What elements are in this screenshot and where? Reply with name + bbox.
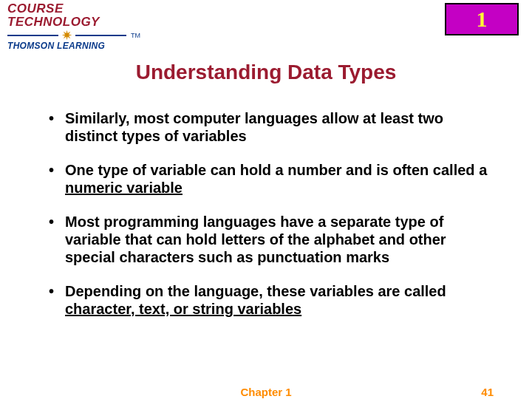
bullet-underline: character, text, or string variables	[65, 301, 301, 317]
slide-content: Similarly, most computer languages allow…	[44, 109, 488, 334]
chapter-badge: 1	[445, 3, 519, 35]
logo-text-course: COURSE	[7, 3, 140, 15]
logo-line-left	[7, 35, 58, 36]
list-item: Similarly, most computer languages allow…	[44, 109, 488, 145]
footer-page-number: 41	[481, 386, 494, 398]
logo-tech-word: TECHNOLOGY	[7, 15, 100, 29]
slide-title: Understanding Data Types	[0, 61, 532, 84]
logo-line-right	[75, 35, 126, 36]
bullet-list: Similarly, most computer languages allow…	[44, 109, 488, 318]
slide: COURSE TECHNOLOGY ✷ TM THOMSON LEARNING …	[0, 0, 532, 399]
list-item: Most programming languages have a separa…	[44, 213, 488, 266]
bullet-text: Depending on the language, these variabl…	[65, 283, 446, 299]
bullet-underline: numeric variable	[65, 180, 183, 196]
publisher-logo: COURSE TECHNOLOGY ✷ TM THOMSON LEARNING	[7, 3, 140, 51]
logo-divider: ✷ TM	[7, 31, 140, 40]
starburst-icon: ✷	[61, 31, 72, 40]
bullet-text: Most programming languages have a separa…	[65, 214, 446, 265]
footer-chapter-label: Chapter 1	[0, 386, 532, 398]
logo-text-technology: TECHNOLOGY	[7, 15, 140, 30]
logo-tm: TM	[131, 32, 140, 39]
chapter-number: 1	[477, 7, 488, 32]
bullet-text: One type of variable can hold a number a…	[65, 162, 487, 178]
list-item: One type of variable can hold a number a…	[44, 161, 488, 197]
bullet-text: Similarly, most computer languages allow…	[65, 110, 443, 144]
list-item: Depending on the language, these variabl…	[44, 282, 488, 318]
logo-text-thomson: THOMSON LEARNING	[7, 41, 140, 51]
